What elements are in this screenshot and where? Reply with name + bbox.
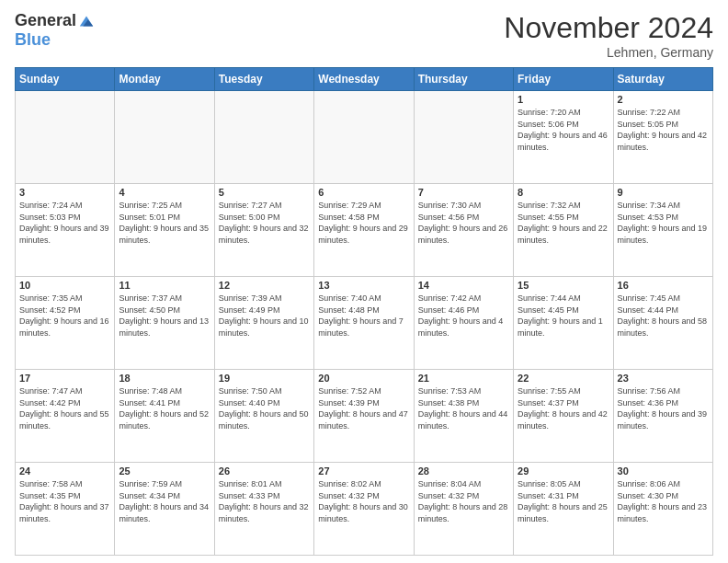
location: Lehmen, Germany (504, 45, 713, 60)
day-number: 21 (418, 373, 509, 384)
calendar-cell: 18Sunrise: 7:48 AMSunset: 4:41 PMDayligh… (115, 370, 214, 463)
day-info: Sunrise: 7:52 AMSunset: 4:39 PMDaylight:… (318, 385, 409, 431)
calendar-week-1: 1Sunrise: 7:20 AMSunset: 5:06 PMDaylight… (16, 91, 713, 184)
calendar-cell: 29Sunrise: 8:05 AMSunset: 4:31 PMDayligh… (514, 463, 613, 556)
day-number: 22 (518, 373, 609, 384)
calendar-cell: 19Sunrise: 7:50 AMSunset: 4:40 PMDayligh… (214, 370, 313, 463)
header: General Blue November 2024 Lehmen, Germa… (15, 11, 713, 60)
day-number: 18 (119, 373, 210, 384)
calendar: SundayMondayTuesdayWednesdayThursdayFrid… (15, 67, 713, 556)
day-info: Sunrise: 8:01 AMSunset: 4:33 PMDaylight:… (219, 478, 310, 524)
day-number: 14 (418, 280, 509, 291)
calendar-header-monday: Monday (115, 68, 214, 91)
calendar-cell: 20Sunrise: 7:52 AMSunset: 4:39 PMDayligh… (314, 370, 414, 463)
calendar-week-3: 10Sunrise: 7:35 AMSunset: 4:52 PMDayligh… (16, 277, 713, 370)
day-number: 27 (318, 465, 409, 477)
calendar-cell: 15Sunrise: 7:44 AMSunset: 4:45 PMDayligh… (514, 277, 613, 370)
logo-icon (78, 13, 95, 29)
day-number: 24 (19, 465, 110, 477)
calendar-week-2: 3Sunrise: 7:24 AMSunset: 5:03 PMDaylight… (16, 184, 713, 277)
day-info: Sunrise: 7:27 AMSunset: 5:00 PMDaylight:… (219, 200, 310, 246)
calendar-week-4: 17Sunrise: 7:47 AMSunset: 4:42 PMDayligh… (16, 370, 713, 463)
calendar-cell (314, 91, 414, 184)
day-number: 16 (618, 280, 709, 291)
calendar-cell (414, 91, 513, 184)
day-info: Sunrise: 7:35 AMSunset: 4:52 PMDaylight:… (19, 293, 110, 339)
day-number: 4 (119, 187, 210, 198)
day-info: Sunrise: 8:04 AMSunset: 4:32 PMDaylight:… (418, 478, 509, 524)
calendar-cell (16, 91, 115, 184)
day-info: Sunrise: 7:29 AMSunset: 4:58 PMDaylight:… (318, 200, 409, 246)
calendar-cell: 26Sunrise: 8:01 AMSunset: 4:33 PMDayligh… (214, 463, 313, 556)
day-info: Sunrise: 7:56 AMSunset: 4:36 PMDaylight:… (618, 385, 709, 431)
page: General Blue November 2024 Lehmen, Germa… (0, 0, 728, 563)
day-info: Sunrise: 8:02 AMSunset: 4:32 PMDaylight:… (318, 478, 409, 524)
calendar-header-wednesday: Wednesday (314, 68, 414, 91)
calendar-cell: 24Sunrise: 7:58 AMSunset: 4:35 PMDayligh… (16, 463, 115, 556)
calendar-cell: 6Sunrise: 7:29 AMSunset: 4:58 PMDaylight… (314, 184, 414, 277)
day-info: Sunrise: 7:47 AMSunset: 4:42 PMDaylight:… (19, 385, 110, 431)
calendar-header-row: SundayMondayTuesdayWednesdayThursdayFrid… (16, 68, 713, 91)
day-info: Sunrise: 7:22 AMSunset: 5:05 PMDaylight:… (618, 107, 709, 153)
calendar-header-thursday: Thursday (414, 68, 513, 91)
day-number: 9 (618, 187, 709, 198)
day-number: 3 (19, 187, 110, 198)
day-number: 7 (418, 187, 509, 198)
calendar-cell: 28Sunrise: 8:04 AMSunset: 4:32 PMDayligh… (414, 463, 513, 556)
calendar-cell: 10Sunrise: 7:35 AMSunset: 4:52 PMDayligh… (16, 277, 115, 370)
calendar-cell: 16Sunrise: 7:45 AMSunset: 4:44 PMDayligh… (613, 277, 712, 370)
day-number: 10 (19, 280, 110, 291)
day-number: 26 (219, 465, 310, 477)
day-number: 29 (518, 465, 609, 477)
logo: General Blue (15, 11, 95, 50)
day-number: 6 (318, 187, 409, 198)
calendar-cell: 11Sunrise: 7:37 AMSunset: 4:50 PMDayligh… (115, 277, 214, 370)
calendar-header-friday: Friday (514, 68, 613, 91)
calendar-cell: 5Sunrise: 7:27 AMSunset: 5:00 PMDaylight… (214, 184, 313, 277)
calendar-cell (115, 91, 214, 184)
calendar-cell: 30Sunrise: 8:06 AMSunset: 4:30 PMDayligh… (613, 463, 712, 556)
day-info: Sunrise: 7:37 AMSunset: 4:50 PMDaylight:… (119, 293, 210, 339)
calendar-header-tuesday: Tuesday (214, 68, 313, 91)
day-info: Sunrise: 7:40 AMSunset: 4:48 PMDaylight:… (318, 293, 409, 339)
day-info: Sunrise: 7:53 AMSunset: 4:38 PMDaylight:… (418, 385, 509, 431)
day-number: 8 (518, 187, 609, 198)
day-info: Sunrise: 7:39 AMSunset: 4:49 PMDaylight:… (219, 293, 310, 339)
day-info: Sunrise: 7:58 AMSunset: 4:35 PMDaylight:… (19, 478, 110, 524)
calendar-cell: 7Sunrise: 7:30 AMSunset: 4:56 PMDaylight… (414, 184, 513, 277)
calendar-cell: 1Sunrise: 7:20 AMSunset: 5:06 PMDaylight… (514, 91, 613, 184)
day-number: 19 (219, 373, 310, 384)
day-info: Sunrise: 7:48 AMSunset: 4:41 PMDaylight:… (119, 385, 210, 431)
day-info: Sunrise: 8:06 AMSunset: 4:30 PMDaylight:… (618, 478, 709, 524)
logo-general-text: General (15, 11, 76, 30)
day-info: Sunrise: 7:30 AMSunset: 4:56 PMDaylight:… (418, 200, 509, 246)
logo-blue-text: Blue (15, 30, 51, 50)
day-number: 23 (618, 373, 709, 384)
calendar-cell: 9Sunrise: 7:34 AMSunset: 4:53 PMDaylight… (613, 184, 712, 277)
calendar-week-5: 24Sunrise: 7:58 AMSunset: 4:35 PMDayligh… (16, 463, 713, 556)
calendar-cell: 2Sunrise: 7:22 AMSunset: 5:05 PMDaylight… (613, 91, 712, 184)
calendar-cell: 21Sunrise: 7:53 AMSunset: 4:38 PMDayligh… (414, 370, 513, 463)
day-number: 15 (518, 280, 609, 291)
day-number: 17 (19, 373, 110, 384)
calendar-cell: 17Sunrise: 7:47 AMSunset: 4:42 PMDayligh… (16, 370, 115, 463)
day-info: Sunrise: 7:32 AMSunset: 4:55 PMDaylight:… (518, 200, 609, 246)
calendar-cell: 14Sunrise: 7:42 AMSunset: 4:46 PMDayligh… (414, 277, 513, 370)
day-number: 13 (318, 280, 409, 291)
calendar-cell: 8Sunrise: 7:32 AMSunset: 4:55 PMDaylight… (514, 184, 613, 277)
day-number: 2 (618, 94, 709, 105)
calendar-header-saturday: Saturday (613, 68, 712, 91)
month-title: November 2024 (504, 11, 713, 45)
day-info: Sunrise: 7:20 AMSunset: 5:06 PMDaylight:… (518, 107, 609, 153)
day-info: Sunrise: 7:34 AMSunset: 4:53 PMDaylight:… (618, 200, 709, 246)
day-info: Sunrise: 7:55 AMSunset: 4:37 PMDaylight:… (518, 385, 609, 431)
day-info: Sunrise: 7:44 AMSunset: 4:45 PMDaylight:… (518, 293, 609, 339)
day-number: 20 (318, 373, 409, 384)
day-number: 12 (219, 280, 310, 291)
title-section: November 2024 Lehmen, Germany (504, 11, 713, 60)
day-number: 11 (119, 280, 210, 291)
calendar-cell: 25Sunrise: 7:59 AMSunset: 4:34 PMDayligh… (115, 463, 214, 556)
day-number: 28 (418, 465, 509, 477)
day-info: Sunrise: 8:05 AMSunset: 4:31 PMDaylight:… (518, 478, 609, 524)
day-number: 25 (119, 465, 210, 477)
